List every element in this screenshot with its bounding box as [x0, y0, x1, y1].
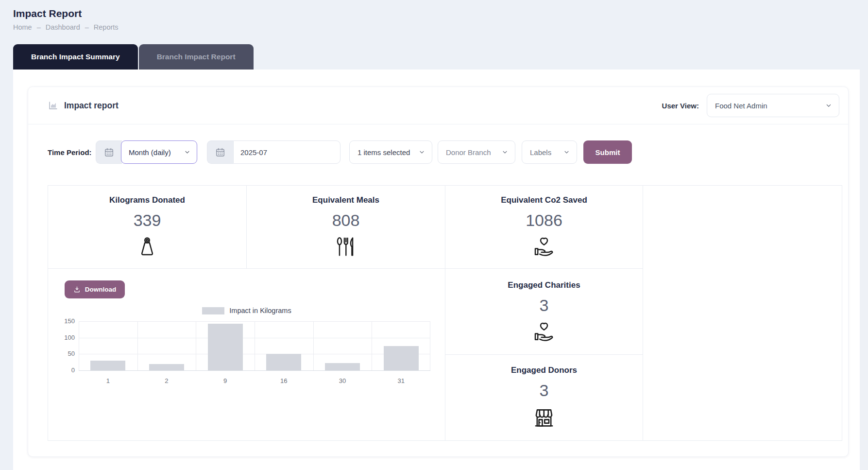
hand-heart-icon [532, 236, 556, 259]
stat-value: 3 [540, 296, 549, 315]
labels-value: Labels [530, 148, 551, 157]
stat-value: 339 [134, 211, 161, 230]
scrollbar-track[interactable] [860, 70, 868, 470]
stat-title: Equivalent Co2 Saved [501, 195, 587, 205]
month-input[interactable] [240, 148, 333, 157]
granularity-group: Month (daily) [96, 140, 197, 164]
cutlery-icon [335, 236, 357, 258]
tab-branch-impact-summary[interactable]: Branch Impact Summary [13, 44, 138, 70]
page-title: Impact Report [13, 8, 82, 19]
granularity-value: Month (daily) [129, 148, 171, 157]
chevron-down-icon [501, 149, 509, 156]
y-tick-label: 100 [53, 334, 75, 341]
report-chart-icon [48, 100, 58, 111]
stat-value: 3 [540, 381, 549, 400]
y-tick-label: 0 [53, 366, 75, 374]
tab-bar: Branch Impact SummaryBranch Impact Repor… [13, 44, 255, 70]
weight-icon [136, 236, 158, 258]
stat-title: Kilograms Donated [109, 195, 185, 205]
x-tick-label: 2 [137, 377, 196, 384]
bar-chart: 050100150129163031 [79, 321, 430, 370]
tab-branch-impact-report[interactable]: Branch Impact Report [139, 44, 254, 70]
user-view-select[interactable]: Food Net Admin [707, 94, 839, 117]
branches-select[interactable]: 1 items selected [349, 140, 432, 164]
stats-grid: Kilograms Donated 339 Equivalent Meals 8… [48, 185, 842, 441]
legend-swatch [202, 307, 224, 314]
bar-day-2 [149, 364, 184, 370]
stat-value: 1086 [526, 211, 562, 230]
x-tick-label: 9 [196, 377, 255, 384]
x-gridline [372, 321, 372, 370]
breadcrumb-separator: – [85, 23, 89, 31]
bar-day-30 [325, 363, 360, 370]
calendar-icon [96, 140, 122, 164]
x-gridline [430, 321, 430, 370]
stat-title: Engaged Charities [508, 280, 580, 290]
card-header: Impact report User View: Food Net Admin [28, 87, 848, 124]
chevron-down-icon [184, 149, 191, 156]
breadcrumb-separator: – [37, 23, 41, 31]
breadcrumb-link-dashboard[interactable]: Dashboard [46, 23, 80, 31]
chevron-down-icon [418, 149, 425, 156]
chevron-down-icon [563, 149, 570, 156]
items-selected-value: 1 items selected [357, 148, 410, 157]
stat-title: Engaged Donors [511, 366, 577, 375]
x-tick-label: 31 [372, 377, 430, 384]
stat-title: Equivalent Meals [312, 195, 379, 205]
chart-legend: Impact in Kilograms [48, 307, 445, 314]
y-tick-label: 150 [53, 317, 75, 325]
submit-button[interactable]: Submit [583, 140, 632, 164]
donor-branch-value: Donor Branch [446, 148, 491, 157]
bar-day-16 [266, 354, 301, 370]
breadcrumb-link-reports[interactable]: Reports [94, 23, 119, 31]
donor-branch-select[interactable]: Donor Branch [438, 140, 515, 164]
x-tick-label: 1 [79, 377, 137, 384]
breadcrumb-link-home[interactable]: Home [13, 23, 32, 31]
chevron-down-icon [825, 102, 833, 109]
store-icon [532, 406, 556, 430]
labels-select[interactable]: Labels [522, 140, 577, 164]
download-icon [73, 286, 81, 293]
x-tick-label: 30 [313, 377, 372, 384]
x-gridline [79, 321, 79, 370]
download-button[interactable]: Download [65, 280, 125, 298]
card-title: Impact report [64, 101, 119, 111]
user-view-label: User View: [662, 102, 699, 110]
bar-day-1 [90, 361, 125, 370]
granularity-select[interactable]: Month (daily) [121, 140, 197, 164]
x-gridline [137, 321, 138, 370]
breadcrumb: Home–Dashboard–Reports [13, 23, 119, 31]
x-gridline [196, 321, 196, 370]
chart-cell: Download Impact in Kilograms 05010015012… [48, 269, 445, 440]
bar-day-31 [384, 346, 419, 371]
impact-report-card: Impact report User View: Food Net Admin … [28, 87, 849, 457]
y-tick-label: 50 [53, 350, 75, 357]
calendar-icon [207, 140, 233, 164]
x-tick-label: 16 [255, 377, 313, 384]
x-gridline [255, 321, 255, 370]
month-group [207, 140, 340, 164]
stat-value: 808 [332, 211, 360, 230]
stat-equivalent-meals: Equivalent Meals 808 [247, 186, 445, 269]
download-label: Download [85, 286, 117, 293]
stat-kilograms-donated: Kilograms Donated 339 [48, 186, 247, 269]
x-gridline [313, 321, 314, 370]
x-axis-line [79, 370, 430, 371]
stat-engaged-donors: Engaged Donors 3 [445, 355, 643, 440]
empty-cell [643, 186, 842, 440]
hand-heart-icon [532, 321, 556, 344]
legend-label: Impact in Kilograms [229, 307, 291, 314]
user-view-value: Food Net Admin [715, 102, 767, 110]
time-period-label: Time Period: [48, 148, 92, 157]
stat-engaged-charities: Engaged Charities 3 [445, 269, 643, 355]
bar-day-9 [208, 324, 243, 370]
stat-co2-saved: Equivalent Co2 Saved 1086 [445, 186, 643, 269]
